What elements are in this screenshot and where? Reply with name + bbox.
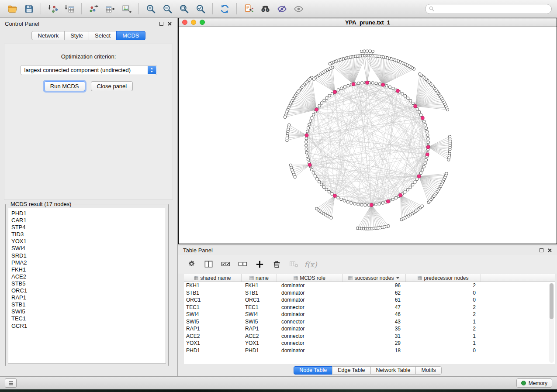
function-builder-button[interactable]: f(x) <box>305 259 316 270</box>
mcds-result-item[interactable]: CAR1 <box>11 217 166 224</box>
import-network-button[interactable] <box>46 2 60 16</box>
mcds-result-item[interactable]: SWI5 <box>11 308 166 315</box>
delete-table-button[interactable] <box>288 259 299 270</box>
cell-shared-name[interactable]: ACE2 <box>184 333 242 339</box>
add-row-button[interactable] <box>254 259 265 270</box>
window-minimize-button[interactable] <box>191 20 196 25</box>
cell-MCDS-role[interactable]: dominator <box>277 297 343 303</box>
column-header-shared-name[interactable]: shared name <box>184 274 242 282</box>
tab-motifs[interactable]: Motifs <box>415 366 441 375</box>
cell-shared-name[interactable]: STB1 <box>184 290 242 296</box>
mcds-result-item[interactable]: SRD1 <box>11 252 166 259</box>
cell-predecessor-nodes[interactable]: 1 <box>406 340 481 346</box>
zoom-selected-button[interactable] <box>194 2 208 16</box>
cell-name[interactable]: ORC1 <box>242 297 277 303</box>
mcds-result-item[interactable]: STB5 <box>11 280 166 287</box>
cell-predecessor-nodes[interactable]: 1 <box>406 319 481 325</box>
show-details-button[interactable] <box>291 2 305 16</box>
tab-network-table[interactable]: Network Table <box>370 366 416 375</box>
network-graph[interactable] <box>179 27 557 244</box>
cell-MCDS-role[interactable]: connector <box>277 319 343 325</box>
cell-MCDS-role[interactable]: dominator <box>277 311 343 317</box>
cell-predecessor-nodes[interactable]: 1 <box>406 333 481 339</box>
cell-predecessor-nodes[interactable]: 2 <box>406 304 481 310</box>
save-session-button[interactable] <box>22 2 36 16</box>
memory-button[interactable]: Memory <box>516 378 552 388</box>
mcds-result-item[interactable]: PMA2 <box>11 259 166 266</box>
mcds-result-item[interactable]: TEC1 <box>11 315 166 322</box>
cell-name[interactable]: SWI5 <box>242 319 277 325</box>
table-row[interactable]: STB1STB1dominator620 <box>184 289 555 297</box>
select-all-button[interactable] <box>220 259 231 270</box>
tab-node-table[interactable]: Node Table <box>294 366 332 375</box>
mcds-result-item[interactable]: RAP1 <box>11 294 166 301</box>
column-layout-button[interactable] <box>203 259 214 270</box>
search-network-button[interactable] <box>258 2 272 16</box>
task-history-button[interactable] <box>5 378 17 388</box>
cell-successor-nodes[interactable]: 31 <box>343 333 406 339</box>
cell-successor-nodes[interactable]: 62 <box>343 290 406 296</box>
table-row[interactable]: ORC1ORC1dominator610 <box>184 296 555 304</box>
control-panel-close-icon[interactable] <box>167 21 172 26</box>
cell-predecessor-nodes[interactable]: 2 <box>406 282 481 289</box>
mcds-result-item[interactable]: GCR1 <box>11 323 166 330</box>
cell-name[interactable]: YOX1 <box>242 340 277 346</box>
refresh-network-button[interactable] <box>218 2 232 16</box>
tab-mcds[interactable]: MCDS <box>116 31 145 40</box>
open-file-button[interactable] <box>5 2 19 16</box>
cell-shared-name[interactable]: SWI4 <box>184 311 242 317</box>
control-panel-float-icon[interactable] <box>159 22 163 26</box>
cell-successor-nodes[interactable]: 96 <box>343 282 406 289</box>
cell-successor-nodes[interactable]: 35 <box>343 326 406 332</box>
cell-successor-nodes[interactable]: 47 <box>343 304 406 310</box>
cell-MCDS-role[interactable]: dominator <box>277 326 343 332</box>
cell-successor-nodes[interactable]: 61 <box>343 297 406 303</box>
cell-MCDS-role[interactable]: dominator <box>277 282 343 289</box>
mcds-result-item[interactable]: YOX1 <box>11 238 166 245</box>
table-row[interactable]: SWI5SWI5connector431 <box>184 318 555 326</box>
zoom-fit-button[interactable] <box>177 2 191 16</box>
delete-row-button[interactable] <box>271 259 282 270</box>
mcds-result-item[interactable]: PHD1 <box>11 210 166 217</box>
table-row[interactable]: FKH1FKH1dominator962 <box>184 282 555 289</box>
cell-successor-nodes[interactable]: 29 <box>343 340 406 346</box>
table-scrollbar[interactable] <box>549 283 554 363</box>
zoom-out-button[interactable] <box>160 2 174 16</box>
cell-predecessor-nodes[interactable]: 0 <box>406 297 481 303</box>
sort-chevron-icon[interactable] <box>396 276 400 280</box>
mcds-result-item[interactable]: STP4 <box>11 224 166 231</box>
table-row[interactable]: RAP1RAP1dominator352 <box>184 325 555 333</box>
cell-shared-name[interactable]: TEC1 <box>184 304 242 310</box>
cell-MCDS-role[interactable]: dominator <box>277 347 343 354</box>
cell-name[interactable]: STB1 <box>242 290 277 296</box>
deselect-all-button[interactable] <box>237 259 248 270</box>
close-panel-button[interactable]: Close panel <box>91 81 133 91</box>
cell-successor-nodes[interactable]: 43 <box>343 319 406 325</box>
mcds-result-item[interactable]: TID3 <box>11 231 166 238</box>
gear-button[interactable] <box>186 259 197 270</box>
table-row[interactable]: YOX1YOX1connector291 <box>184 340 555 347</box>
import-table-button[interactable] <box>62 2 76 16</box>
table-row[interactable]: SWI4SWI4dominator462 <box>184 311 555 318</box>
table-row[interactable]: PHD1PHD1dominator180 <box>184 347 555 354</box>
cell-successor-nodes[interactable]: 18 <box>343 347 406 354</box>
mcds-result-list[interactable]: PHD1CAR1STP4TID3YOX1SWI4SRD1PMA2FKH1ACE2… <box>8 208 166 364</box>
tab-select[interactable]: Select <box>89 31 117 40</box>
cell-name[interactable]: PHD1 <box>242 347 277 354</box>
window-maximize-button[interactable] <box>200 20 205 25</box>
tab-network[interactable]: Network <box>31 31 65 40</box>
search-input[interactable] <box>425 4 552 14</box>
cell-shared-name[interactable]: PHD1 <box>184 347 242 354</box>
cell-predecessor-nodes[interactable]: 2 <box>406 311 481 317</box>
column-header-predecessor-nodes[interactable]: predecessor nodes <box>406 274 481 282</box>
cell-name[interactable]: SWI4 <box>242 311 277 317</box>
network-canvas[interactable] <box>179 27 557 244</box>
column-header-MCDS-role[interactable]: MCDS role <box>277 274 343 282</box>
cell-name[interactable]: TEC1 <box>242 304 277 310</box>
cell-shared-name[interactable]: FKH1 <box>184 282 242 289</box>
cell-MCDS-role[interactable]: connector <box>277 333 343 339</box>
hide-details-button[interactable] <box>275 2 289 16</box>
export-network-button[interactable] <box>86 2 100 16</box>
cell-shared-name[interactable]: ORC1 <box>184 297 242 303</box>
cell-name[interactable]: FKH1 <box>242 282 277 289</box>
